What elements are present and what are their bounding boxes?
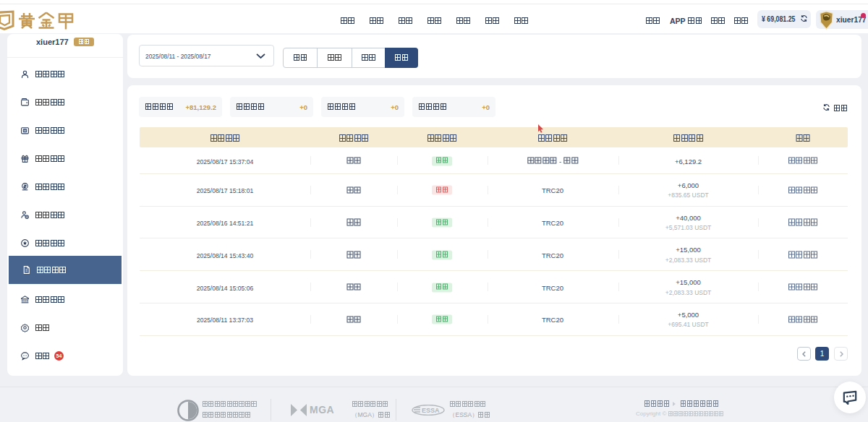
svg-text:ESSA: ESSA [422,407,440,414]
